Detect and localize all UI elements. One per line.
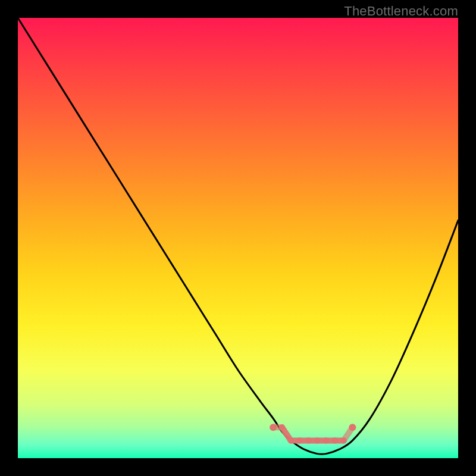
chart-svg (18, 18, 458, 458)
bottleneck-curve (18, 18, 458, 455)
optimal-marker-dot (279, 424, 285, 430)
optimal-marker-dot (297, 437, 303, 443)
optimal-marker-dot (349, 424, 356, 431)
chart-frame: TheBottleneck.com (0, 0, 476, 476)
optimal-marker-dot (314, 437, 320, 443)
optimal-marker-dot (341, 437, 347, 443)
optimal-marker-dot (270, 424, 277, 431)
plot-area (18, 18, 458, 458)
optimal-marker-dot (288, 437, 294, 443)
optimal-marker-dot (305, 437, 311, 443)
optimal-marker-dot (332, 437, 338, 443)
watermark-text: TheBottleneck.com (344, 4, 458, 19)
optimal-marker-dot (323, 437, 329, 443)
